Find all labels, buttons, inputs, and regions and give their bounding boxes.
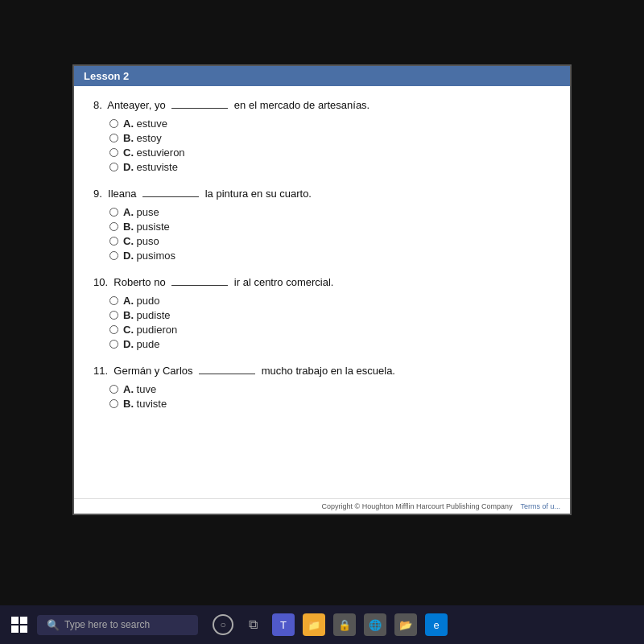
taskbar-icons: ○ ⧉ T 📁 🔒 🌐 📂 e xyxy=(213,613,448,636)
q11-option-a[interactable]: A. tuve xyxy=(109,383,551,395)
question-10: 10. Roberto no ir al centro comercial. A… xyxy=(93,276,551,350)
q8-option-b[interactable]: B. estoy xyxy=(109,132,551,144)
q8-radio-d[interactable] xyxy=(109,163,118,171)
q9-radio-c[interactable] xyxy=(109,237,118,246)
copyright-text: Copyright © Houghton Mifflin Harcourt Pu… xyxy=(322,502,513,510)
question-8-options: A. estuve B. estoy C. estuvieron D. estu… xyxy=(93,118,551,173)
dark-surround-right xyxy=(572,64,644,515)
q8-option-d[interactable]: D. estuviste xyxy=(109,161,551,173)
question-8: 8. Anteayer, yo en el mercado de artesan… xyxy=(93,99,551,173)
start-button[interactable] xyxy=(6,612,32,638)
q9-option-a[interactable]: A. puse xyxy=(109,206,551,218)
edge-icon[interactable]: e xyxy=(425,613,448,636)
dark-surround-bottom xyxy=(0,515,644,605)
q10-radio-c[interactable] xyxy=(109,325,118,334)
q9-option-b[interactable]: B. pusiste xyxy=(109,221,551,233)
lock-icon[interactable]: 🔒 xyxy=(333,613,356,636)
q10-radio-d[interactable] xyxy=(109,340,118,349)
q8-radio-a[interactable] xyxy=(109,119,118,128)
file-explorer-icon[interactable]: 📁 xyxy=(303,613,325,636)
q8-radio-b[interactable] xyxy=(109,134,118,142)
screen: Lesson 2 8. Anteayer, yo en el mercado d… xyxy=(72,64,572,515)
svg-rect-0 xyxy=(11,617,19,624)
footer: Copyright © Houghton Mifflin Harcourt Pu… xyxy=(74,498,570,514)
q11-option-b[interactable]: B. tuviste xyxy=(109,398,551,410)
lesson-header: Lesson 2 xyxy=(74,66,570,86)
q10-radio-a[interactable] xyxy=(109,296,118,305)
q10-radio-b[interactable] xyxy=(109,311,118,320)
question-8-text: 8. Anteayer, yo en el mercado de artesan… xyxy=(93,99,551,111)
question-9-options: A. puse B. pusiste C. puso D. pusimos xyxy=(93,206,551,262)
cortana-icon[interactable]: ○ xyxy=(213,614,233,635)
teams-icon[interactable]: T xyxy=(272,613,295,636)
q9-radio-b[interactable] xyxy=(109,222,118,231)
question-9-text: 9. Ileana la pintura en su cuarto. xyxy=(93,188,551,200)
search-text: Type here to search xyxy=(64,619,150,630)
q10-option-c[interactable]: C. pudieron xyxy=(109,324,551,336)
q8-option-a[interactable]: A. estuve xyxy=(109,118,551,130)
search-icon: 🔍 xyxy=(47,619,60,631)
network-icon[interactable]: 🌐 xyxy=(364,613,386,636)
content-area: 8. Anteayer, yo en el mercado de artesan… xyxy=(74,86,570,437)
q9-radio-d[interactable] xyxy=(109,251,118,260)
question-11-options: A. tuve B. tuviste xyxy=(93,383,551,410)
q9-radio-a[interactable] xyxy=(109,208,118,217)
terms-link[interactable]: Terms of u... xyxy=(520,502,560,510)
question-11-text: 11. Germán y Carlos mucho trabajo en la … xyxy=(93,365,551,377)
q8-radio-c[interactable] xyxy=(109,148,118,157)
dark-surround-top xyxy=(0,0,644,64)
svg-rect-3 xyxy=(20,625,27,633)
files-icon[interactable]: 📂 xyxy=(394,613,417,636)
q10-option-d[interactable]: D. pude xyxy=(109,338,551,350)
svg-rect-1 xyxy=(20,617,27,624)
q9-option-c[interactable]: C. puso xyxy=(109,235,551,247)
q8-option-c[interactable]: C. estuvieron xyxy=(109,147,551,159)
question-10-options: A. pudo B. pudiste C. pudieron D. pude xyxy=(93,295,551,350)
lesson-header-text: Lesson 2 xyxy=(84,70,129,82)
svg-rect-2 xyxy=(11,625,19,633)
q11-radio-a[interactable] xyxy=(109,385,118,394)
question-10-text: 10. Roberto no ir al centro comercial. xyxy=(93,276,551,288)
taskbar: 🔍 Type here to search ○ ⧉ T 📁 🔒 🌐 📂 e xyxy=(0,605,644,644)
q11-radio-b[interactable] xyxy=(109,399,118,408)
q10-option-a[interactable]: A. pudo xyxy=(109,295,551,307)
q10-option-b[interactable]: B. pudiste xyxy=(109,309,551,321)
question-11: 11. Germán y Carlos mucho trabajo en la … xyxy=(93,365,551,410)
question-9: 9. Ileana la pintura en su cuarto. A. pu… xyxy=(93,188,551,262)
search-bar[interactable]: 🔍 Type here to search xyxy=(37,615,198,635)
dark-surround-left xyxy=(0,64,72,515)
q9-option-d[interactable]: D. pusimos xyxy=(109,250,551,262)
task-view-icon[interactable]: ⧉ xyxy=(242,613,264,636)
